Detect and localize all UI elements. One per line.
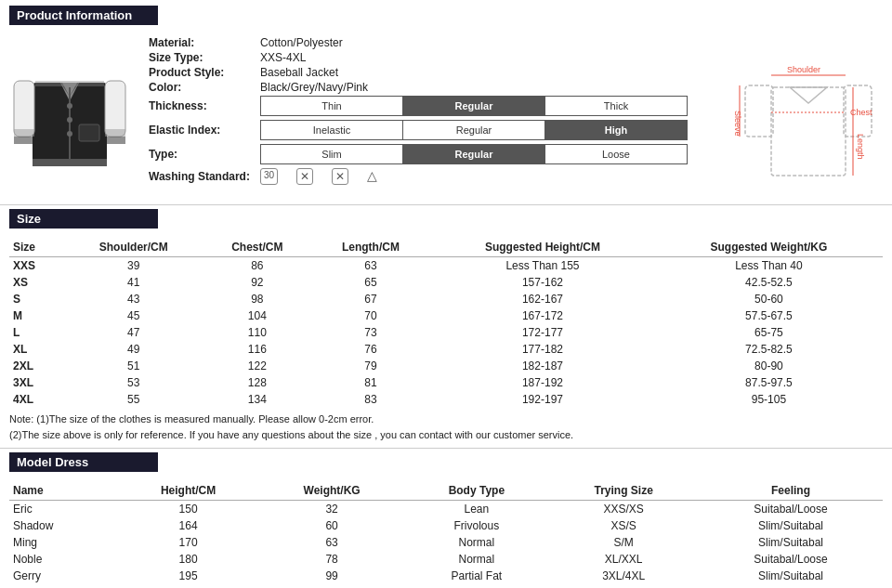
svg-rect-11: [14, 137, 34, 144]
table-row: XL4911676177-18272.5-82.5: [9, 341, 883, 358]
jacket-image: [9, 36, 130, 180]
color-label: Color:: [149, 81, 260, 94]
washing-icons: 30 ✕ ✕ △: [260, 168, 377, 185]
table-cell: Ming: [9, 534, 117, 551]
table-cell: 3XL: [9, 374, 64, 391]
col-feeling: Feeling: [699, 481, 883, 501]
svg-rect-10: [14, 129, 34, 137]
table-cell: 116: [203, 341, 311, 358]
table-cell: 76: [311, 341, 430, 358]
table-cell: XL: [9, 341, 64, 358]
svg-marker-20: [790, 87, 827, 103]
svg-rect-13: [105, 137, 125, 144]
table-cell: XS/S: [548, 517, 699, 534]
wash-icon-30: 30: [260, 168, 278, 185]
elastic-high: High: [545, 121, 687, 139]
material-row: Material: Cotton/Polyester: [149, 36, 725, 49]
type-slim: Slim: [261, 145, 403, 163]
col-length: Length/CM: [311, 238, 430, 257]
table-cell: 128: [203, 374, 311, 391]
product-details: Material: Cotton/Polyester Size Type: XX…: [149, 36, 725, 185]
product-info-header: Product Information: [9, 6, 883, 31]
thickness-label: Thickness:: [149, 99, 260, 112]
washing-row: Washing Standard: 30 ✕ ✕ △: [149, 168, 725, 185]
table-cell: 55: [64, 391, 203, 408]
table-cell: 182-187: [430, 358, 655, 374]
table-cell: 83: [311, 391, 430, 408]
table-row: 3XL5312881187-19287.5-97.5: [9, 374, 883, 391]
table-row: XS419265157-16242.5-52.5: [9, 274, 883, 291]
thickness-thin: Thin: [261, 97, 403, 115]
table-cell: 86: [203, 257, 311, 275]
table-cell: 32: [259, 501, 405, 518]
type-loose: Loose: [545, 145, 687, 163]
table-cell: 4XL: [9, 391, 64, 408]
table-cell: S: [9, 291, 64, 307]
table-cell: 73: [311, 324, 430, 341]
size-type-label: Size Type:: [149, 51, 260, 64]
table-cell: 70: [311, 307, 430, 324]
table-cell: 50-60: [655, 291, 883, 307]
svg-text:Chest: Chest: [850, 108, 872, 117]
table-row: Eric15032LeanXXS/XSSuitabal/Loose: [9, 501, 883, 518]
material-value: Cotton/Polyester: [260, 36, 343, 49]
table-row: L4711073172-17765-75: [9, 324, 883, 341]
table-cell: 65: [311, 274, 430, 291]
table-cell: 43: [64, 291, 203, 307]
size-table: Size Shoulder/CM Chest/CM Length/CM Sugg…: [9, 238, 883, 408]
svg-point-8: [67, 117, 72, 123]
table-cell: 87.5-97.5: [655, 374, 883, 391]
table-cell: 157-162: [430, 274, 655, 291]
table-cell: Lean: [404, 501, 548, 518]
table-cell: 72.5-82.5: [655, 341, 883, 358]
table-cell: Less Than 155: [430, 257, 655, 275]
table-cell: 177-182: [430, 341, 655, 358]
svg-point-7: [67, 103, 72, 109]
table-row: XXS398663Less Than 155Less Than 40: [9, 257, 883, 275]
size-type-row: Size Type: XXS-4XL: [149, 51, 725, 64]
svg-rect-18: [745, 85, 773, 137]
table-cell: Shadow: [9, 517, 117, 534]
table-cell: L: [9, 324, 64, 341]
table-cell: Frivolous: [404, 517, 548, 534]
table-cell: Eric: [9, 501, 117, 518]
table-cell: Suitabal/Loose: [699, 551, 883, 568]
svg-rect-1: [14, 81, 34, 137]
col-height: Suggested Height/CM: [430, 238, 655, 257]
table-cell: 65-75: [655, 324, 883, 341]
type-bar: Slim Regular Loose: [260, 144, 688, 164]
model-table: Name Height/CM Weight/KG Body Type Tryin…: [9, 481, 883, 584]
col-model-weight: Weight/KG: [259, 481, 405, 501]
svg-rect-16: [35, 81, 104, 86]
table-row: S439867162-16750-60: [9, 291, 883, 307]
size-notes: Note: (1)The size of the clothes is meas…: [9, 412, 883, 442]
washing-label: Washing Standard:: [149, 170, 260, 183]
table-cell: 192-197: [430, 391, 655, 408]
table-cell: 79: [311, 358, 430, 374]
thickness-regular: Regular: [403, 97, 545, 115]
table-cell: Partial Fat: [404, 568, 548, 584]
table-cell: 63: [311, 257, 430, 275]
table-cell: 162-167: [430, 291, 655, 307]
size-note-2: (2)The size above is only for reference.…: [9, 427, 883, 443]
type-row: Type: Slim Regular Loose: [149, 144, 725, 164]
product-info-section: Product Information: [0, 0, 892, 205]
type-regular: Regular: [403, 145, 545, 163]
table-row: Gerry19599Partial Fat3XL/4XLSlim/Suitaba…: [9, 568, 883, 584]
table-cell: 57.5-67.5: [655, 307, 883, 324]
table-row: 4XL5513483192-19795-105: [9, 391, 883, 408]
color-value: Black/Grey/Navy/Pink: [260, 81, 368, 94]
table-cell: Slim/Suitabal: [699, 517, 883, 534]
col-shoulder: Shoulder/CM: [64, 238, 203, 257]
table-cell: 53: [64, 374, 203, 391]
color-row: Color: Black/Grey/Navy/Pink: [149, 81, 725, 94]
table-cell: M: [9, 307, 64, 324]
table-cell: Gerry: [9, 568, 117, 584]
table-cell: 67: [311, 291, 430, 307]
col-size: Size: [9, 238, 64, 257]
table-row: Shadow16460FrivolousXS/SSlim/Suitabal: [9, 517, 883, 534]
table-cell: 51: [64, 358, 203, 374]
model-table-header-row: Name Height/CM Weight/KG Body Type Tryin…: [9, 481, 883, 501]
thickness-bar: Thin Regular Thick: [260, 96, 688, 116]
product-style-value: Baseball Jacket: [260, 66, 338, 79]
